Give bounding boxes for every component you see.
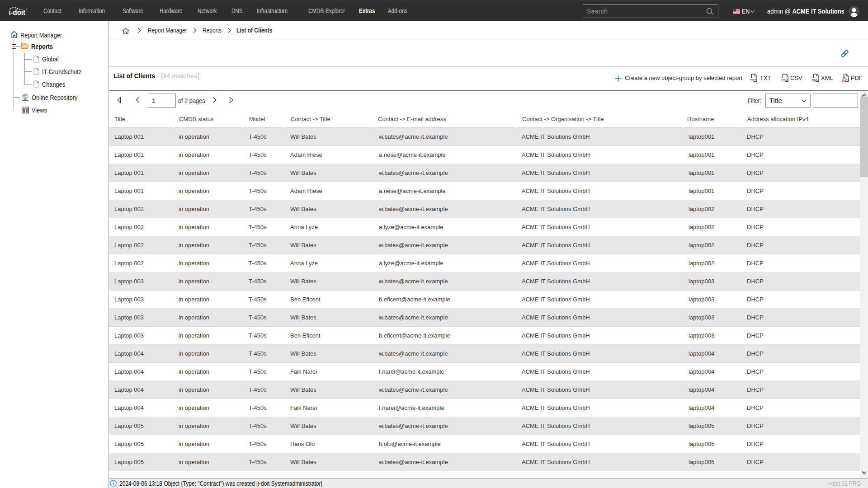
svg-text:i-doit: i-doit: [9, 8, 26, 16]
svg-text:XML: XML: [812, 79, 819, 82]
svg-text:CSV: CSV: [781, 79, 788, 82]
svg-text:TXT: TXT: [750, 79, 756, 82]
